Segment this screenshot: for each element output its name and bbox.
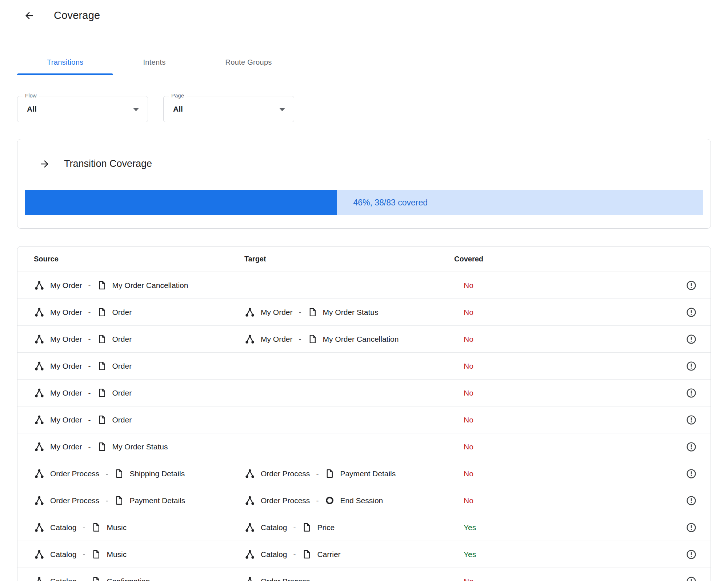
- separator-dash: -: [316, 496, 319, 505]
- source-cell: My Order-Order: [34, 307, 244, 318]
- flow-icon: [244, 495, 255, 506]
- source-page-name: Order: [112, 389, 132, 397]
- separator-dash: -: [88, 362, 91, 370]
- separator-dash: -: [316, 469, 319, 478]
- row-info-button[interactable]: [685, 333, 697, 345]
- info-icon: [686, 468, 697, 479]
- coverage-progress-bar: 46%, 38/83 covered: [25, 190, 703, 215]
- covered-status: No: [454, 281, 607, 290]
- table-row: My Order-OrderMy Order-My Order StatusNo: [17, 299, 711, 326]
- flow-icon: [34, 414, 45, 425]
- source-flow-name: Order Process: [50, 469, 99, 478]
- target-flow-name: Order Process: [261, 577, 310, 581]
- covered-status: No: [454, 308, 607, 317]
- source-page-name: Order: [112, 416, 132, 424]
- table-row: Order Process-Shipping DetailsOrder Proc…: [17, 460, 711, 487]
- tab-transitions[interactable]: Transitions: [17, 49, 113, 75]
- page-icon: [91, 549, 101, 559]
- source-page-name: My Order Cancellation: [112, 281, 188, 290]
- row-info-button[interactable]: [685, 387, 697, 399]
- separator-dash: -: [105, 469, 108, 478]
- source-cell: My Order-My Order Cancellation: [34, 280, 244, 291]
- page-icon: [97, 442, 107, 452]
- separator-dash: -: [88, 308, 91, 317]
- row-info-button[interactable]: [685, 441, 697, 453]
- coverage-table: Source Target Covered My Order-My Order …: [17, 246, 711, 581]
- source-flow-name: My Order: [50, 442, 82, 451]
- tab-route-groups[interactable]: Route Groups: [196, 49, 302, 75]
- row-info-button[interactable]: [685, 468, 697, 480]
- flow-icon: [34, 307, 45, 318]
- info-icon: [686, 549, 697, 560]
- flow-select-label: Flow: [23, 92, 39, 99]
- flow-icon: [34, 576, 45, 581]
- source-flow-name: My Order: [50, 389, 82, 397]
- target-flow-name: My Order: [261, 335, 293, 344]
- arrow-back-icon: [24, 10, 35, 21]
- table-row: My Order-OrderNo: [17, 406, 711, 433]
- target-page-name: Payment Details: [340, 469, 396, 478]
- row-info-button[interactable]: [685, 306, 697, 318]
- chevron-down-icon: [279, 108, 285, 111]
- table-row: Catalog-MusicCatalog-CarrierYes: [17, 541, 711, 568]
- target-page-name: My Order Status: [323, 308, 379, 317]
- info-icon: [686, 307, 697, 318]
- target-cell: My Order-My Order Cancellation: [244, 334, 454, 345]
- page-icon: [308, 307, 317, 317]
- target-flow-name: My Order: [261, 308, 293, 317]
- flow-select-value: All: [27, 105, 37, 113]
- info-icon: [686, 388, 697, 398]
- separator-dash: -: [88, 416, 91, 424]
- separator-dash: -: [88, 335, 91, 344]
- target-flow-name: Catalog: [261, 550, 287, 559]
- row-info-button[interactable]: [685, 414, 697, 426]
- covered-status: No: [454, 416, 607, 424]
- page-icon: [97, 307, 107, 317]
- coverage-progress-text: 46%, 38/83 covered: [353, 198, 428, 208]
- table-row: My Order-OrderNo: [17, 380, 711, 406]
- source-cell: My Order-Order: [34, 334, 244, 345]
- source-page-name: My Order Status: [112, 442, 168, 451]
- table-row: Catalog-ConfirmationOrder ProcessNo: [17, 568, 711, 581]
- table-row: My Order-My Order CancellationNo: [17, 272, 711, 299]
- source-flow-name: My Order: [50, 308, 82, 317]
- target-cell: Order Process: [244, 576, 454, 581]
- source-page-name: Shipping Details: [129, 469, 185, 478]
- header-bar: Coverage: [0, 0, 728, 31]
- flow-icon: [244, 307, 255, 318]
- coverage-card-title: Transition Coverage: [64, 158, 152, 169]
- page-icon: [97, 280, 107, 290]
- row-info-button[interactable]: [685, 360, 697, 372]
- separator-dash: -: [88, 442, 91, 451]
- page-select[interactable]: Page All: [163, 96, 294, 122]
- separator-dash: -: [299, 335, 301, 344]
- separator-dash: -: [88, 389, 91, 397]
- info-icon: [686, 280, 697, 291]
- separator-dash: -: [299, 308, 301, 317]
- row-info-button[interactable]: [685, 548, 697, 561]
- flow-icon: [244, 334, 255, 345]
- row-info-button[interactable]: [685, 521, 697, 534]
- covered-status: No: [454, 496, 607, 505]
- source-cell: Order Process-Payment Details: [34, 495, 244, 506]
- flow-icon: [244, 576, 255, 581]
- target-cell: Order Process-End Session: [244, 495, 454, 506]
- source-flow-name: Order Process: [50, 496, 99, 505]
- flow-select[interactable]: Flow All: [17, 96, 148, 122]
- covered-status: No: [454, 469, 607, 478]
- flow-icon: [34, 549, 45, 560]
- target-cell: My Order-My Order Status: [244, 307, 454, 318]
- page-select-value: All: [173, 105, 183, 113]
- source-flow-name: My Order: [50, 281, 82, 290]
- target-cell: Order Process-Payment Details: [244, 468, 454, 479]
- separator-dash: -: [105, 496, 108, 505]
- row-info-button[interactable]: [685, 279, 697, 292]
- page-icon: [114, 496, 124, 505]
- covered-status: No: [454, 577, 607, 581]
- arrow-forward-icon: [39, 159, 50, 169]
- flow-icon: [244, 522, 255, 533]
- row-info-button[interactable]: [685, 494, 697, 507]
- back-button[interactable]: [22, 8, 36, 23]
- tab-intents[interactable]: Intents: [113, 49, 195, 75]
- row-info-button[interactable]: [685, 575, 697, 581]
